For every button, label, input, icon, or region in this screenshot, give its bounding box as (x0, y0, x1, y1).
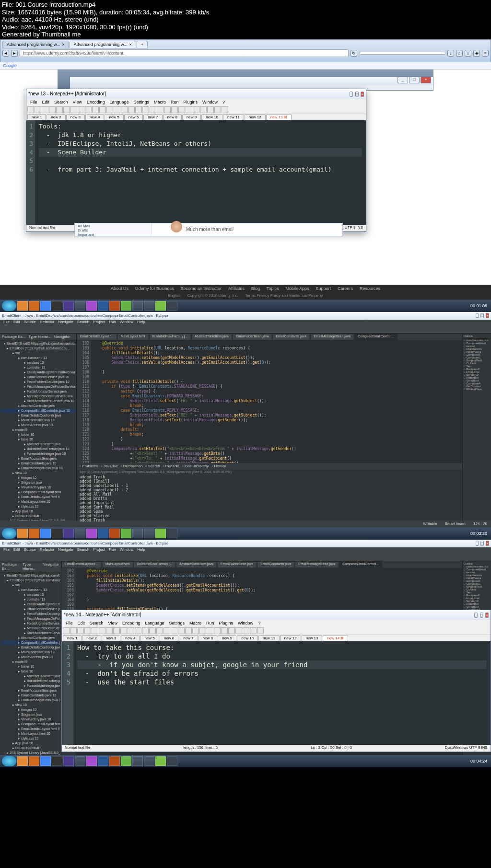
bottom-tab[interactable]: ▫ Javadoc (101, 464, 118, 468)
tree-item[interactable]: ▸ ModelAccess.java 13 (1, 655, 60, 660)
npp-tab[interactable]: new 10 (201, 114, 222, 120)
taskbar-item[interactable] (167, 301, 177, 311)
npp-tab[interactable]: new 3 (66, 114, 85, 120)
taskbar-item[interactable] (98, 529, 108, 538)
toolbar-icon[interactable] (214, 627, 221, 634)
toolbar-icon[interactable] (106, 627, 113, 634)
toolbar-icon[interactable] (178, 627, 185, 634)
browser-tab[interactable]: Advanced programming w...× (2, 41, 69, 48)
outline-item[interactable]: ○ fillInitialDeta (464, 388, 490, 391)
package-explorer[interactable]: Package Ex...Type Hierar...Navigator ▸ E… (0, 561, 61, 755)
panel-tab[interactable]: Package Ex... (2, 562, 20, 571)
minimize-button[interactable]: _ (476, 541, 479, 546)
editor-tab[interactable]: EmailFolderBean.java (233, 334, 272, 340)
toolbar-icon[interactable] (99, 627, 105, 634)
minimize-button[interactable]: _ (350, 92, 352, 97)
tree-item[interactable]: ▸ EmailDetailsController.java (1, 413, 75, 418)
eclipse-titlebar[interactable]: EmailClient - Java - EmailDev/src/com/ba… (0, 312, 491, 320)
menu-item[interactable]: Language (107, 99, 130, 105)
footer-link[interactable]: Affiliates (228, 286, 245, 291)
taskbar-item[interactable] (40, 301, 51, 311)
npp-tab-active[interactable]: new 14 ⊠ (323, 635, 348, 641)
tree-item[interactable]: ▸ FolderUpdaterService.java (1, 389, 75, 394)
menu-item[interactable]: ? (221, 99, 227, 105)
editor-tab[interactable]: EmailMessageBean.java (310, 334, 354, 340)
toolbar-icon[interactable] (84, 627, 91, 634)
panel-tab[interactable]: Navigator (43, 562, 59, 571)
footer-link[interactable]: Support (316, 286, 331, 291)
menu-item[interactable]: Window (118, 547, 135, 554)
tree-item[interactable]: ▸ CreateAndRegisterEmailAccountService.j… (1, 602, 60, 607)
code-area[interactable]: Tools: - jdk 1.8 or higher - IDE(Eclipse… (35, 120, 366, 225)
maximize-button[interactable]: □ (355, 92, 359, 97)
menu-item[interactable]: File (28, 99, 39, 105)
taskbar-item[interactable] (52, 756, 62, 766)
reload-button[interactable]: ↻ (351, 50, 357, 57)
toolbar-icon[interactable] (35, 106, 41, 113)
tree-item[interactable]: ▸ EmailDev [https://github.com/barosanu.… (1, 578, 60, 583)
menu-item[interactable]: Edit (76, 620, 87, 626)
npp-tab[interactable]: new 2 (47, 114, 65, 120)
tree-item[interactable]: ▸ FormatableInteger.java 10 (1, 451, 75, 456)
close-button[interactable]: × (486, 313, 489, 318)
tree-item[interactable]: ▸ EmailSenderService.java 10 (1, 375, 75, 380)
npp-tab[interactable]: new 5 (140, 635, 159, 641)
bottom-tab[interactable]: ▫ Console (163, 464, 179, 468)
toolbar-icon[interactable] (228, 627, 235, 634)
toolbar-icon[interactable] (128, 627, 134, 634)
taskbar-item[interactable] (144, 301, 154, 311)
npp-tab[interactable]: new 2 (82, 635, 101, 641)
taskbar-item[interactable] (86, 756, 97, 766)
tree-item[interactable]: ▸ model 9 (1, 660, 60, 664)
toolbar-icon[interactable] (193, 106, 199, 113)
menu-item[interactable]: Settings (132, 99, 152, 105)
taskbar-item[interactable] (75, 301, 85, 311)
tree-item[interactable]: ▸ Singleton.java (1, 712, 60, 717)
taskbar-item[interactable] (17, 756, 28, 766)
maximize-button[interactable]: □ (480, 541, 484, 546)
taskbar-item[interactable] (75, 529, 85, 538)
toolbar-icon[interactable] (164, 627, 170, 634)
tree-item[interactable]: ▸ ModelAccess.java 13 (1, 423, 75, 428)
bottom-tab[interactable]: ▫ History (211, 464, 226, 468)
taskbar-item[interactable] (29, 301, 39, 311)
windows-taskbar[interactable]: 00:03:20 (0, 527, 491, 540)
toolbar-icon[interactable] (42, 106, 48, 113)
toolbar-icon[interactable] (142, 106, 149, 113)
start-button[interactable] (2, 756, 16, 766)
tree-item[interactable]: ▸ MainController.java 13 (1, 650, 60, 655)
editor-tab[interactable]: EmailFolderBean.java (217, 561, 257, 568)
toolbar-icon[interactable] (99, 106, 106, 113)
taskbar-item[interactable] (17, 529, 28, 538)
windows-taskbar[interactable]: 00:04:24 (0, 755, 491, 767)
menu-item[interactable]: Search (76, 320, 91, 326)
menu-item[interactable]: Source (23, 320, 37, 326)
footer-link[interactable]: Mobile Apps (285, 286, 309, 291)
tree-item[interactable]: ▸ BoldableRowFactory.java 10 (1, 679, 60, 683)
menu-item[interactable]: File (2, 547, 11, 554)
toolbar-icon[interactable] (178, 106, 185, 113)
minimize-button[interactable]: _ (474, 613, 477, 618)
bottom-tab[interactable]: ▫ Search (145, 464, 160, 468)
tree-item[interactable]: ▸ Singleton.java (1, 480, 75, 485)
editor-tab[interactable]: EmailConstants.java (272, 334, 310, 340)
tree-item[interactable]: ▸ DONOTCOMMIT (1, 514, 75, 519)
toolbar-icon[interactable] (49, 106, 56, 113)
tree-item[interactable]: ▸ FolderUpdaterService.java (1, 621, 60, 626)
tree-item[interactable]: ▸ SaveAttachmentService.java 10 (1, 631, 60, 636)
tree-item[interactable]: ▸ table 10 (1, 437, 75, 442)
tree-item[interactable]: ▸ services 10 (1, 592, 60, 597)
tree-item[interactable]: ▸ ViewFactory.java 10 (1, 485, 75, 490)
folder-item[interactable]: Drafts (78, 228, 148, 232)
toolbar-icon[interactable] (186, 106, 192, 113)
tree-item[interactable]: ▸ JRE System Library [JavaSE-8.0_90] (1, 751, 60, 755)
toolbar-icon[interactable] (150, 106, 156, 113)
toolbar-icon[interactable] (257, 627, 264, 634)
toolbar-icon[interactable] (70, 627, 77, 634)
menu-item[interactable]: Search (52, 99, 70, 105)
tree-item[interactable]: ▸ images 10 (1, 475, 75, 480)
tree-item[interactable]: ▸ EmailConstants.java 10 (1, 693, 60, 698)
taskbar-item[interactable] (121, 301, 131, 311)
menu-item[interactable]: Language (143, 620, 166, 626)
tree-item[interactable]: ▸ FormatableInteger.java 10 (1, 683, 60, 688)
